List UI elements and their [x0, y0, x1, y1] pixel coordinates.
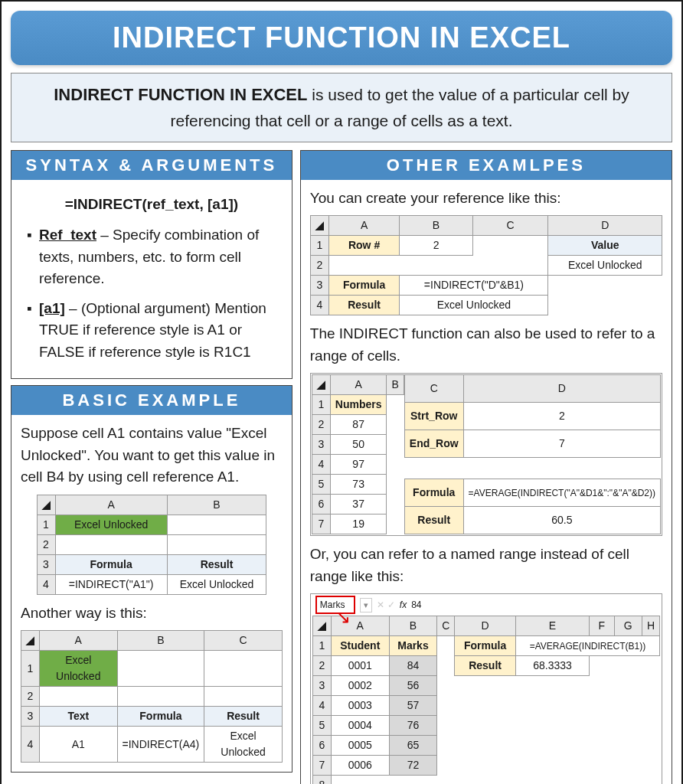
- cell: Result: [455, 656, 516, 676]
- other-table-1: ◢ABCD 1Row #2Value 2Excel Unlocked 3Form…: [310, 215, 662, 315]
- basic-header: BASIC EXAMPLE: [11, 386, 292, 415]
- other-body: You can create your reference like this:…: [301, 180, 672, 784]
- other-table-2-left: ◢AB 1Numbers 287 350 497 573 637 719: [312, 374, 404, 534]
- other-table-3-wrap: Marks ▾ ✕ ✓ fx 84 ↘ ◢ A B C D: [310, 593, 662, 784]
- cell: Formula: [328, 276, 400, 296]
- cell: Result: [328, 296, 400, 315]
- basic-intro: Suppose cell A1 contains value "Excel Un…: [21, 423, 283, 488]
- basic-example-section: BASIC EXAMPLE Suppose cell A1 contains v…: [11, 385, 292, 773]
- other-p2: The INDIRECT function can also be used t…: [310, 323, 662, 367]
- col-header: C: [472, 216, 548, 236]
- cell: Text: [40, 707, 118, 727]
- cell: Row #: [328, 236, 400, 256]
- other-table-3: ◢ A B C D E F G H 1StudentMarksFormula=A…: [312, 616, 660, 784]
- col-header: B: [167, 495, 266, 514]
- col-header: C: [204, 631, 283, 651]
- cell: =INDIRECT(A4): [117, 727, 204, 763]
- cell: End_Row: [404, 430, 463, 458]
- cell: 56: [389, 676, 436, 696]
- cell: 2: [463, 403, 660, 430]
- description-box: INDIRECT FUNCTION IN EXCEL is used to ge…: [11, 73, 672, 142]
- basic-table-2: ◢ABC 1Excel Unlocked 2 3TextFormulaResul…: [21, 630, 283, 763]
- col-header: A: [55, 495, 167, 514]
- col-header: B: [400, 216, 472, 236]
- cell: 0003: [331, 696, 389, 716]
- formula-bar-value: 84: [411, 598, 421, 612]
- cell: Excel Unlocked: [400, 296, 548, 315]
- dropdown-icon: ▾: [360, 598, 372, 612]
- cell: Value: [548, 236, 662, 256]
- col-header: B: [389, 616, 436, 636]
- cell: 2: [400, 236, 472, 256]
- cell: 0002: [331, 676, 389, 696]
- basic-mid: Another way is this:: [21, 603, 283, 625]
- syntax-header: SYNTAX & ARGUMENTS: [11, 151, 292, 180]
- other-table-2-right: CD Strt_Row2 End_Row7 Formula=AVERAGE(IN…: [404, 374, 661, 534]
- cell: Excel Unlocked: [204, 727, 283, 763]
- cell: Result: [404, 507, 463, 534]
- cell: Excel Unlocked: [548, 256, 662, 276]
- col-header: A: [328, 216, 400, 236]
- left-column: SYNTAX & ARGUMENTS =INDIRECT(ref_text, […: [11, 150, 292, 784]
- cell: 65: [389, 736, 436, 756]
- cell: 0001: [331, 656, 389, 676]
- cell: 0005: [331, 736, 389, 756]
- col-header: E: [515, 616, 589, 636]
- formula-bar: Marks ▾ ✕ ✓ fx 84 ↘: [312, 596, 660, 614]
- col-header: B: [387, 375, 404, 395]
- cell: 73: [330, 475, 387, 495]
- arg-text: – (Optional argument) Mention TRUE if re…: [39, 300, 266, 360]
- col-header: D: [455, 616, 516, 636]
- other-header: OTHER EXAMLPES: [301, 151, 672, 180]
- arg-item: [a1] – (Optional argument) Mention TRUE …: [27, 298, 283, 364]
- cell: =INDIRECT("A1"): [55, 574, 167, 594]
- title-banner: INDIRECT FUNCTION IN EXCEL: [11, 11, 672, 65]
- other-p3: Or, you can refer to a named range inste…: [310, 544, 662, 587]
- col-header: B: [117, 631, 204, 651]
- other-table-2-wrap: ◢AB 1Numbers 287 350 497 573 637 719 CD …: [310, 373, 662, 536]
- cell: Formula: [404, 479, 463, 507]
- syntax-body: =INDIRECT(ref_text, [a1]) Ref_text – Spe…: [11, 180, 292, 379]
- col-header: C: [437, 616, 455, 636]
- cell: Result: [167, 554, 266, 574]
- col-header: G: [614, 616, 642, 636]
- cell: Excel Unlocked: [167, 574, 266, 594]
- other-p1: You can create your reference like this:: [310, 188, 662, 210]
- desc-bold: INDIRECT FUNCTION IN EXCEL: [54, 85, 307, 104]
- right-column: OTHER EXAMLPES You can create your refer…: [300, 150, 672, 784]
- cell: Numbers: [330, 395, 387, 415]
- cell: Formula: [455, 636, 516, 656]
- cell: 50: [330, 435, 387, 455]
- cell: A1: [40, 727, 118, 763]
- cell: Student: [331, 636, 389, 656]
- main-columns: SYNTAX & ARGUMENTS =INDIRECT(ref_text, […: [11, 150, 672, 784]
- cell: 0006: [331, 756, 389, 776]
- page-title: INDIRECT FUNCTION IN EXCEL: [11, 21, 672, 54]
- cell: Formula: [55, 554, 167, 574]
- cell: =INDIRECT("D"&B1): [400, 276, 548, 296]
- cell: 60.5: [463, 507, 660, 534]
- basic-body: Suppose cell A1 contains value "Excel Un…: [11, 415, 292, 772]
- cell: Result: [204, 707, 283, 727]
- cell: 7: [463, 430, 660, 458]
- cell: =AVERAGE(INDIRECT("A"&D1&":"&"A"&D2)): [463, 479, 660, 507]
- col-header: A: [330, 375, 387, 395]
- cell: 37: [330, 495, 387, 514]
- other-examples-section: OTHER EXAMLPES You can create your refer…: [300, 150, 672, 784]
- basic-table-1: ◢AB 1Excel Unlocked 2 3FormulaResult 4=I…: [37, 495, 267, 595]
- syntax-section: SYNTAX & ARGUMENTS =INDIRECT(ref_text, […: [11, 150, 292, 380]
- arrow-icon: ↘: [335, 603, 351, 631]
- cell: 97: [330, 455, 387, 475]
- arg-name: Ref_text: [39, 227, 96, 243]
- arg-name: [a1]: [39, 300, 65, 316]
- col-header: H: [642, 616, 659, 636]
- cell: 68.3333: [515, 656, 589, 676]
- cell: 57: [389, 696, 436, 716]
- cell: 87: [330, 415, 387, 435]
- cell: 72: [389, 756, 436, 776]
- cell: =AVERAGE(INDIRECT(B1)): [515, 636, 659, 656]
- col-header: D: [463, 375, 660, 403]
- cell: 84: [389, 656, 436, 676]
- args-list: Ref_text – Specify combination of texts,…: [21, 224, 283, 363]
- cell: 19: [330, 514, 387, 534]
